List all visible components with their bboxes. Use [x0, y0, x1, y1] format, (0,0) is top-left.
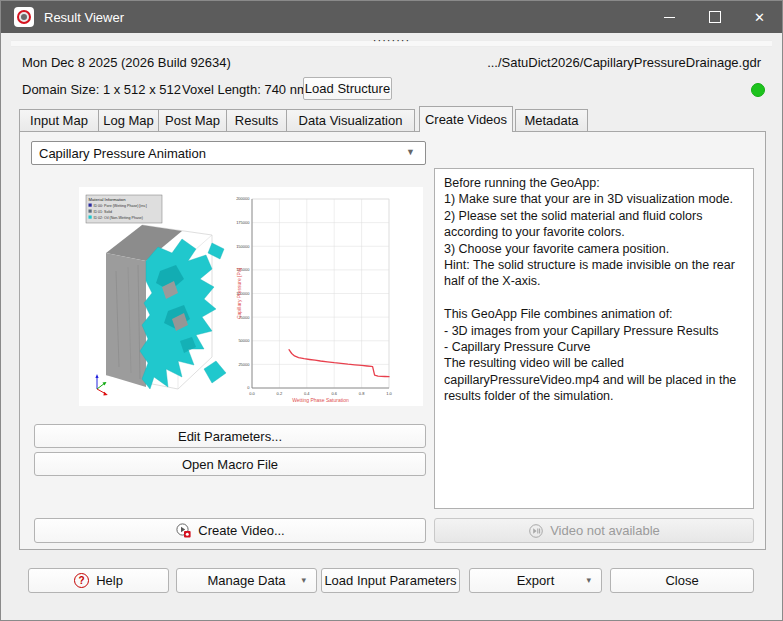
load-input-parameters-button[interactable]: Load Input Parameters — [321, 568, 460, 593]
structure-3d-preview: Material Information ID 00: Pore (Wettin… — [84, 191, 236, 403]
svg-text:Material Information: Material Information — [89, 197, 127, 202]
capillary-pressure-chart: 0250005000075000100000125000150000175000… — [236, 187, 423, 406]
svg-text:0.2: 0.2 — [277, 391, 283, 396]
edit-parameters-button[interactable]: Edit Parameters... — [34, 424, 426, 448]
maximize-button[interactable] — [692, 1, 737, 33]
app-icon — [14, 7, 34, 27]
result-file-path: .../SatuDict2026/CapillaryPressureDraina… — [487, 55, 761, 70]
close-dialog-button[interactable]: Close — [610, 568, 754, 593]
tab-post-map[interactable]: Post Map — [158, 109, 227, 132]
svg-text:0.8: 0.8 — [359, 391, 365, 396]
voxel-length-label: Voxel Length: 740 nm — [182, 82, 308, 97]
video-not-available-button: Video not available — [434, 518, 754, 543]
minimize-icon — [664, 17, 675, 18]
tab-bar: Input MapLog MapPost MapResultsData Visu… — [19, 106, 588, 132]
tab-results[interactable]: Results — [226, 109, 287, 132]
svg-text:ID 02: Oil (Non-Wetting Phase): ID 02: Oil (Non-Wetting Phase) — [94, 216, 143, 220]
chevron-down-icon: ▾ — [301, 575, 306, 585]
svg-text:ID 00: Pore (Wetting Phase) [i: ID 00: Pore (Wetting Phase) [inv.] — [94, 204, 147, 208]
animation-preview-image: Material Information ID 00: Pore (Wettin… — [79, 187, 423, 406]
svg-text:0.0: 0.0 — [249, 391, 255, 396]
tab-metadata[interactable]: Metadata — [515, 109, 588, 132]
tab-create-videos[interactable]: Create Videos — [419, 106, 513, 132]
chevron-down-icon: ▼ — [406, 147, 415, 157]
create-video-icon — [175, 522, 192, 539]
window-title: Result Viewer — [44, 10, 124, 25]
status-indicator-dot — [751, 83, 765, 97]
play-pause-icon — [528, 523, 544, 539]
result-viewer-window: Result Viewer ✕ ········ Mon Dec 8 2025 … — [0, 0, 783, 621]
export-button[interactable]: Export ▾ — [469, 568, 602, 593]
title-bar[interactable]: Result Viewer ✕ — [1, 1, 782, 33]
svg-text:Capillary Pressure [Pa]: Capillary Pressure [Pa] — [236, 267, 242, 319]
animation-select[interactable]: Capillary Pressure Animation ▼ — [31, 141, 426, 165]
tab-log-map[interactable]: Log Map — [98, 109, 159, 132]
open-macro-file-button[interactable]: Open Macro File — [34, 452, 426, 476]
svg-text:Wetting Phase Saturation: Wetting Phase Saturation — [292, 397, 349, 403]
load-structure-button[interactable]: Load Structure — [303, 77, 392, 100]
svg-text:ID 01: Solid: ID 01: Solid — [94, 210, 113, 214]
svg-text:0.6: 0.6 — [331, 391, 337, 396]
tab-data-visualization[interactable]: Data Visualization — [286, 109, 415, 132]
date-build-label: Mon Dec 8 2025 (2026 Build 92634) — [22, 55, 231, 70]
svg-text:1.0: 1.0 — [386, 391, 392, 396]
svg-text:200000: 200000 — [236, 196, 250, 201]
close-button[interactable]: ✕ — [737, 1, 782, 33]
manage-data-button[interactable]: Manage Data ▾ — [176, 568, 317, 593]
minimize-button[interactable] — [647, 1, 692, 33]
chevron-down-icon: ▾ — [586, 575, 591, 585]
create-video-button[interactable]: Create Video... — [34, 518, 426, 543]
axis-triad-icon — [95, 374, 107, 395]
geoapp-instructions-text: Before running the GeoApp: 1) Make sure … — [434, 168, 754, 509]
svg-text:0.4: 0.4 — [304, 391, 310, 396]
animation-select-value: Capillary Pressure Animation — [39, 146, 206, 161]
tab-input-map[interactable]: Input Map — [19, 109, 99, 132]
svg-text:150000: 150000 — [236, 244, 250, 249]
help-icon: ? — [74, 573, 89, 588]
svg-text:50000: 50000 — [238, 338, 250, 343]
domain-size-label: Domain Size: 1 x 512 x 512 — [22, 82, 181, 97]
svg-text:25000: 25000 — [238, 362, 250, 367]
help-button[interactable]: ? Help — [28, 568, 169, 593]
close-icon: ✕ — [754, 10, 765, 25]
maximize-icon — [709, 11, 721, 23]
svg-text:175000: 175000 — [236, 220, 250, 225]
material-legend: Material Information ID 00: Pore (Wettin… — [86, 195, 162, 223]
drag-handle-dots[interactable]: ········ — [1, 34, 782, 46]
